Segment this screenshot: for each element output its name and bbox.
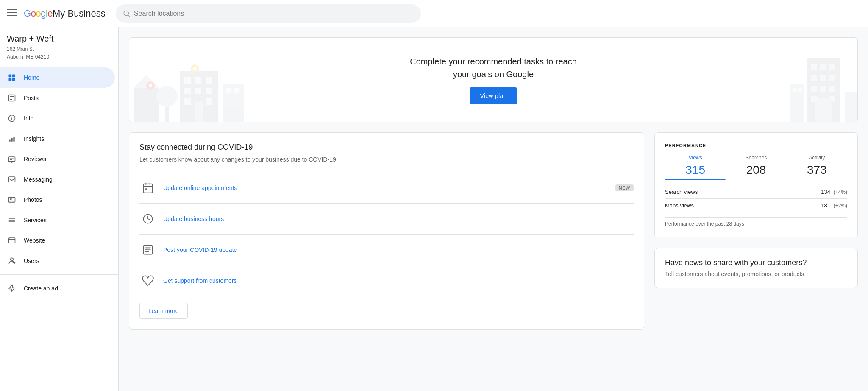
sidebar-item-website[interactable]: Website bbox=[0, 230, 115, 251]
search-bar[interactable] bbox=[116, 4, 421, 23]
svg-rect-6 bbox=[12, 75, 15, 78]
sidebar-item-create-ad[interactable]: Create an ad bbox=[0, 278, 115, 299]
views-stat: Views 315 bbox=[665, 155, 726, 180]
header: Google My Business bbox=[0, 0, 868, 27]
learn-more-button[interactable]: Learn more bbox=[139, 303, 188, 319]
sidebar-item-label: Photos bbox=[24, 196, 42, 203]
views-tab-indicator bbox=[665, 179, 726, 180]
svg-rect-49 bbox=[223, 84, 244, 122]
posts-icon bbox=[7, 93, 17, 103]
covid-action-post[interactable]: Post your COVID-19 update bbox=[139, 235, 634, 265]
svg-rect-46 bbox=[184, 98, 191, 105]
sidebar-item-label: Reviews bbox=[24, 156, 46, 162]
sidebar-item-label: Posts bbox=[24, 95, 39, 101]
hours-link[interactable]: Update business hours bbox=[163, 215, 634, 222]
search-views-label: Search views bbox=[665, 189, 698, 195]
svg-point-32 bbox=[11, 258, 14, 261]
post-link[interactable]: Post your COVID-19 update bbox=[163, 246, 634, 253]
searches-label[interactable]: Searches bbox=[726, 155, 786, 161]
sidebar-item-label: Website bbox=[24, 237, 45, 244]
svg-rect-47 bbox=[206, 98, 212, 105]
covid-action-hours[interactable]: Update business hours bbox=[139, 204, 634, 235]
right-column: PERFORMANCE Views 315 Searches 208 bbox=[654, 132, 858, 330]
sidebar-item-messaging[interactable]: Messaging bbox=[0, 169, 115, 190]
svg-rect-70 bbox=[793, 88, 797, 92]
svg-line-4 bbox=[128, 15, 130, 17]
search-input[interactable] bbox=[134, 10, 414, 17]
svg-point-31 bbox=[11, 238, 11, 239]
view-plan-button[interactable]: View plan bbox=[470, 87, 517, 104]
sidebar-item-label: Services bbox=[24, 217, 47, 223]
sidebar-item-services[interactable]: Services bbox=[0, 210, 115, 230]
maps-views-row: Maps views 181 (+2%) bbox=[665, 198, 847, 212]
views-label[interactable]: Views bbox=[665, 155, 726, 161]
performance-stats: Views 315 Searches 208 Activity 373 bbox=[665, 155, 847, 180]
page-layout: Warp + Weft 162 Main St Auburn, ME 04210… bbox=[0, 27, 868, 391]
svg-marker-36 bbox=[134, 75, 159, 88]
sidebar-item-users[interactable]: Users bbox=[0, 251, 115, 271]
svg-rect-45 bbox=[206, 88, 212, 94]
maps-views-values: 181 (+2%) bbox=[821, 202, 847, 209]
searches-value: 208 bbox=[726, 163, 786, 177]
appointments-link[interactable]: Update online appointments bbox=[163, 184, 615, 191]
hero-text: Complete your recommended tasks to reach… bbox=[410, 55, 577, 104]
support-link[interactable]: Get support from customers bbox=[163, 277, 634, 284]
hero-building-left bbox=[129, 45, 248, 122]
sidebar-item-photos[interactable]: Photos bbox=[0, 190, 115, 210]
svg-rect-2 bbox=[7, 15, 17, 16]
svg-point-55 bbox=[193, 67, 197, 70]
sidebar-item-posts[interactable]: Posts bbox=[0, 88, 115, 108]
sidebar-item-label: Insights bbox=[24, 135, 44, 142]
sidebar-item-insights[interactable]: Insights bbox=[0, 128, 115, 149]
sidebar-item-reviews[interactable]: Reviews bbox=[0, 149, 115, 169]
covid-card: Stay connected during COVID-19 Let custo… bbox=[129, 132, 644, 330]
activity-value: 373 bbox=[787, 163, 847, 177]
activity-stat: Activity 373 bbox=[787, 155, 847, 180]
website-icon bbox=[7, 235, 17, 246]
svg-rect-44 bbox=[195, 88, 201, 94]
svg-point-15 bbox=[11, 117, 12, 117]
menu-icon[interactable] bbox=[7, 7, 17, 20]
sidebar-item-label: Messaging bbox=[24, 176, 53, 183]
svg-point-30 bbox=[10, 238, 11, 239]
search-views-change: (+4%) bbox=[834, 189, 847, 195]
svg-rect-5 bbox=[9, 75, 12, 78]
covid-action-support[interactable]: Get support from customers bbox=[139, 265, 634, 296]
svg-rect-63 bbox=[811, 86, 817, 92]
searches-stat: Searches 208 bbox=[726, 155, 786, 180]
sidebar-item-label: Users bbox=[24, 257, 39, 264]
post-icon bbox=[139, 241, 156, 258]
covid-card-title: Stay connected during COVID-19 bbox=[139, 143, 634, 152]
svg-rect-18 bbox=[13, 137, 14, 142]
svg-rect-68 bbox=[815, 98, 832, 122]
content-grid: Stay connected during COVID-19 Let custo… bbox=[129, 132, 858, 330]
photos-icon bbox=[7, 195, 17, 205]
activity-label[interactable]: Activity bbox=[787, 155, 847, 161]
performance-card: PERFORMANCE Views 315 Searches 208 bbox=[654, 132, 858, 237]
hero-banner: Complete your recommended tasks to reach… bbox=[129, 37, 858, 122]
svg-rect-71 bbox=[798, 88, 802, 92]
svg-rect-62 bbox=[829, 75, 835, 81]
svg-rect-58 bbox=[820, 64, 826, 70]
svg-rect-43 bbox=[184, 88, 191, 94]
svg-rect-65 bbox=[829, 86, 835, 92]
news-card: Have news to share with your customers? … bbox=[654, 248, 858, 288]
messaging-icon bbox=[7, 174, 17, 184]
support-icon bbox=[139, 272, 156, 289]
svg-rect-72 bbox=[845, 92, 857, 122]
sidebar-item-info[interactable]: Info bbox=[0, 108, 115, 128]
performance-card-title: PERFORMANCE bbox=[665, 143, 847, 148]
svg-rect-61 bbox=[820, 75, 826, 81]
svg-rect-50 bbox=[226, 88, 231, 93]
calendar-icon bbox=[139, 179, 156, 196]
svg-rect-8 bbox=[12, 78, 15, 81]
views-value: 315 bbox=[665, 163, 726, 177]
news-card-subtitle: Tell customers about events, promotions,… bbox=[665, 271, 847, 277]
business-address: 162 Main St Auburn, ME 04210 bbox=[0, 45, 118, 67]
svg-rect-73 bbox=[144, 184, 153, 193]
sidebar-item-home[interactable]: Home bbox=[0, 67, 115, 88]
search-views-row: Search views 134 (+4%) bbox=[665, 185, 847, 198]
covid-action-appointments[interactable]: Update online appointments NEW bbox=[139, 173, 634, 204]
covid-card-subtitle: Let customers know about any changes to … bbox=[139, 155, 634, 164]
svg-rect-1 bbox=[7, 12, 17, 13]
